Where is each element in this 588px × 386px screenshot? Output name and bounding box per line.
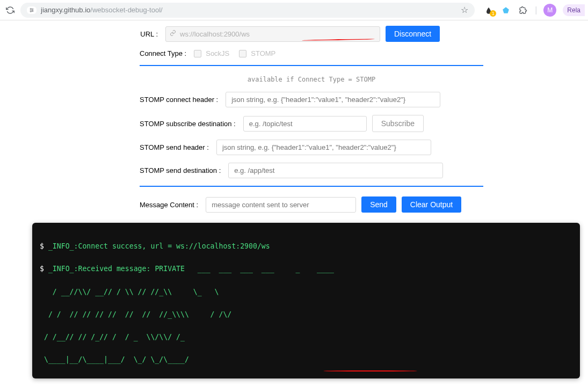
- link-icon: [170, 30, 176, 38]
- stomp-send-header-label: STOMP send header :: [140, 143, 209, 151]
- subscribe-button[interactable]: Subscribe: [372, 115, 424, 132]
- ascii-art: / / // // // // // // //_\\\\ / /\/: [40, 309, 572, 320]
- ascii-art: / /__// // /_// / / _ \\/\\/ /_: [40, 331, 572, 343]
- extensions-puzzle-icon[interactable]: [518, 5, 528, 16]
- connect-type-label: Connect Type :: [140, 49, 186, 57]
- log-line: _INFO_:Connect success, url = ws://local…: [48, 242, 270, 250]
- stomp-hint: available if Connect Type = STOMP: [140, 76, 483, 83]
- stomp-checkbox: [239, 50, 246, 57]
- clear-output-button[interactable]: Clear Output: [402, 196, 461, 213]
- url-label: URL :: [140, 30, 158, 38]
- stomp-send-dest-input[interactable]: [228, 163, 443, 178]
- log-line: _INFO_:Received message: PRIVATE ___ ___…: [48, 265, 334, 273]
- stomp-sub-dest-input[interactable]: [243, 116, 367, 132]
- svg-point-3: [31, 8, 32, 9]
- url-text: jiangxy.github.io/websocket-debug-tool/: [41, 6, 456, 14]
- profile-avatar[interactable]: M: [543, 4, 556, 17]
- stomp-send-header-input[interactable]: [216, 140, 431, 155]
- divider-1: [140, 65, 483, 66]
- send-button[interactable]: Send: [361, 196, 396, 213]
- main-form: URL : Disconnect Connect Type : SockJS S…: [0, 20, 588, 213]
- message-content-label: Message Content :: [140, 201, 198, 209]
- svg-point-4: [32, 10, 33, 11]
- bookmark-star-icon[interactable]: ☆: [461, 5, 468, 15]
- relaunch-button[interactable]: Rela: [563, 4, 585, 16]
- ascii-art: / __//\\/ __// / \\ // //_\\ \_ \: [40, 286, 572, 297]
- message-content-input[interactable]: [206, 197, 356, 213]
- disconnect-button[interactable]: Disconnect: [386, 26, 440, 42]
- sockjs-label: SockJS: [206, 49, 229, 57]
- extension-icon-1[interactable]: [483, 5, 494, 16]
- svg-point-5: [31, 11, 32, 12]
- extension-icon-2[interactable]: [500, 5, 511, 16]
- address-bar[interactable]: jiangxy.github.io/websocket-debug-tool/ …: [20, 3, 475, 18]
- extension-icons: | M Rela: [480, 4, 583, 17]
- site-settings-icon[interactable]: [27, 6, 37, 14]
- stomp-connect-header-label: STOMP connect header :: [140, 96, 218, 104]
- stomp-label: STOMP: [251, 49, 275, 57]
- output-terminal: $ _INFO_:Connect success, url = ws://loc…: [32, 223, 580, 378]
- stomp-connect-header-input[interactable]: [226, 92, 440, 107]
- browser-toolbar: jiangxy.github.io/websocket-debug-tool/ …: [0, 0, 588, 20]
- reload-icon[interactable]: [5, 5, 15, 15]
- annotation-underline-session: [323, 370, 417, 372]
- stomp-send-dest-label: STOMP send destination :: [140, 166, 221, 174]
- ascii-art: \____|__/\____|___/ \_/ \_/\____/: [40, 354, 572, 365]
- stomp-sub-dest-label: STOMP subscribe destination :: [140, 120, 236, 128]
- divider-2: [140, 186, 483, 187]
- sockjs-checkbox: [194, 50, 201, 57]
